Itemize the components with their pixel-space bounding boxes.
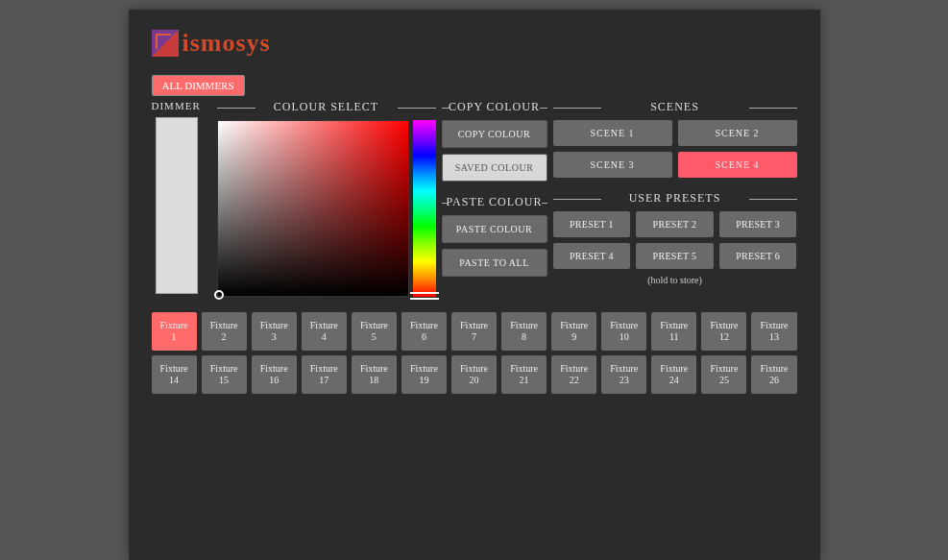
scenes-presets-section: SCENES SCENE 1SCENE 2SCENE 3SCENE 4 USER… bbox=[553, 100, 797, 285]
fixture-button-16[interactable]: Fixture16 bbox=[252, 355, 297, 394]
fixture-number: 15 bbox=[204, 375, 245, 386]
fixture-button-18[interactable]: Fixture18 bbox=[352, 355, 397, 394]
fixture-number: 17 bbox=[304, 375, 345, 386]
fixture-number: 7 bbox=[453, 331, 495, 343]
fixture-button-25[interactable]: Fixture25 bbox=[701, 355, 746, 394]
preset-button-3[interactable]: PRESET 3 bbox=[719, 211, 797, 237]
paste-colour-button[interactable]: PASTE COLOUR bbox=[442, 215, 547, 243]
fixture-number: 25 bbox=[703, 375, 744, 386]
app-panel: ismosys ALL DIMMERS DIMMER COLOUR SELECT… bbox=[129, 10, 820, 560]
fixture-label: Fixture bbox=[353, 320, 395, 331]
fixture-label: Fixture bbox=[503, 320, 545, 331]
preset-button-2[interactable]: PRESET 2 bbox=[636, 211, 714, 237]
scene-button-4[interactable]: SCENE 4 bbox=[678, 152, 797, 178]
fixture-number: 22 bbox=[553, 375, 595, 386]
fixture-label: Fixture bbox=[304, 320, 345, 331]
paste-to-all-button[interactable]: PASTE TO ALL bbox=[442, 249, 547, 277]
logo-text: ismosys bbox=[182, 29, 271, 58]
fixture-label: Fixture bbox=[653, 320, 694, 331]
fixture-button-12[interactable]: Fixture12 bbox=[701, 312, 746, 351]
scene-button-2[interactable]: SCENE 2 bbox=[678, 120, 797, 146]
colour-hue-slider[interactable] bbox=[413, 120, 436, 297]
fixture-label: Fixture bbox=[403, 320, 445, 331]
paste-colour-title: PASTE COLOUR bbox=[442, 195, 547, 209]
fixture-number: 11 bbox=[653, 331, 694, 343]
fixture-button-19[interactable]: Fixture19 bbox=[401, 355, 447, 394]
fixture-label: Fixture bbox=[703, 320, 744, 331]
fixture-button-3[interactable]: Fixture3 bbox=[252, 312, 297, 351]
fixture-button-1[interactable]: Fixture1 bbox=[152, 312, 197, 351]
controls-row: DIMMER COLOUR SELECT COPY COLOUR COPY CO… bbox=[152, 100, 797, 297]
fixture-label: Fixture bbox=[553, 320, 595, 331]
fixture-number: 19 bbox=[403, 375, 445, 386]
fixture-button-21[interactable]: Fixture21 bbox=[501, 355, 547, 394]
logo-mark-icon bbox=[152, 30, 179, 57]
fixture-grid: Fixture1Fixture2Fixture3Fixture4Fixture5… bbox=[152, 312, 797, 394]
fixture-number: 8 bbox=[503, 331, 545, 343]
colour-sv-picker[interactable] bbox=[217, 120, 409, 297]
fixture-button-11[interactable]: Fixture11 bbox=[651, 312, 696, 351]
user-presets-title: USER PRESETS bbox=[553, 191, 797, 206]
fixture-button-7[interactable]: Fixture7 bbox=[451, 312, 497, 351]
preset-button-6[interactable]: PRESET 6 bbox=[719, 243, 797, 269]
fixture-label: Fixture bbox=[603, 363, 644, 375]
fixture-button-22[interactable]: Fixture22 bbox=[551, 355, 596, 394]
colour-select-title: COLOUR SELECT bbox=[217, 100, 436, 114]
copy-colour-title: COPY COLOUR bbox=[442, 100, 547, 114]
dimmer-section: DIMMER bbox=[152, 100, 211, 294]
all-dimmers-button[interactable]: ALL DIMMERS bbox=[152, 75, 245, 96]
hue-marker-icon bbox=[410, 292, 439, 300]
hold-note: (hold to store) bbox=[553, 275, 797, 285]
scene-button-1[interactable]: SCENE 1 bbox=[553, 120, 672, 146]
fixture-button-2[interactable]: Fixture2 bbox=[202, 312, 247, 351]
fixture-label: Fixture bbox=[503, 363, 545, 375]
fixture-button-23[interactable]: Fixture23 bbox=[601, 355, 646, 394]
fixture-button-9[interactable]: Fixture9 bbox=[551, 312, 596, 351]
copy-colour-button[interactable]: COPY COLOUR bbox=[442, 120, 547, 148]
fixture-number: 6 bbox=[403, 331, 445, 343]
fixture-button-15[interactable]: Fixture15 bbox=[202, 355, 247, 394]
fixture-number: 24 bbox=[653, 375, 694, 386]
fixture-label: Fixture bbox=[204, 320, 245, 331]
fixture-button-17[interactable]: Fixture17 bbox=[302, 355, 347, 394]
preset-grid: PRESET 1PRESET 2PRESET 3PRESET 4PRESET 5… bbox=[553, 211, 797, 269]
fixture-button-14[interactable]: Fixture14 bbox=[152, 355, 197, 394]
fixture-button-8[interactable]: Fixture8 bbox=[501, 312, 547, 351]
scene-button-3[interactable]: SCENE 3 bbox=[553, 152, 672, 178]
fixture-label: Fixture bbox=[154, 320, 195, 331]
fixture-number: 23 bbox=[603, 375, 644, 386]
fixture-number: 14 bbox=[154, 375, 195, 386]
fixture-label: Fixture bbox=[453, 363, 495, 375]
fixture-button-4[interactable]: Fixture4 bbox=[302, 312, 347, 351]
sv-marker-icon bbox=[214, 290, 224, 300]
fixture-label: Fixture bbox=[254, 363, 295, 375]
fixture-button-13[interactable]: Fixture13 bbox=[751, 312, 796, 351]
fixture-number: 9 bbox=[553, 331, 595, 343]
fixture-number: 10 bbox=[603, 331, 644, 343]
fixture-button-5[interactable]: Fixture5 bbox=[352, 312, 397, 351]
fixture-button-10[interactable]: Fixture10 bbox=[601, 312, 646, 351]
saved-colour-button[interactable]: SAVED COLOUR bbox=[442, 154, 547, 182]
preset-button-5[interactable]: PRESET 5 bbox=[636, 243, 714, 269]
fixture-label: Fixture bbox=[753, 320, 794, 331]
preset-button-4[interactable]: PRESET 4 bbox=[553, 243, 631, 269]
fixture-button-20[interactable]: Fixture20 bbox=[451, 355, 497, 394]
fixture-number: 13 bbox=[753, 331, 794, 343]
fixture-number: 1 bbox=[154, 331, 195, 343]
fixture-number: 21 bbox=[503, 375, 545, 386]
fixture-number: 20 bbox=[453, 375, 495, 386]
fixture-label: Fixture bbox=[703, 363, 744, 375]
fixture-number: 16 bbox=[254, 375, 295, 386]
dimmer-slider[interactable] bbox=[156, 117, 198, 294]
fixture-number: 4 bbox=[304, 331, 345, 343]
scene-grid: SCENE 1SCENE 2SCENE 3SCENE 4 bbox=[553, 120, 797, 178]
copy-paste-section: COPY COLOUR COPY COLOUR SAVED COLOUR PAS… bbox=[442, 100, 547, 277]
fixture-button-26[interactable]: Fixture26 bbox=[751, 355, 796, 394]
fixture-label: Fixture bbox=[553, 363, 595, 375]
fixture-button-24[interactable]: Fixture24 bbox=[651, 355, 696, 394]
colour-select-section: COLOUR SELECT bbox=[217, 100, 436, 297]
fixture-label: Fixture bbox=[653, 363, 694, 375]
fixture-button-6[interactable]: Fixture6 bbox=[401, 312, 447, 351]
preset-button-1[interactable]: PRESET 1 bbox=[553, 211, 631, 237]
fixture-label: Fixture bbox=[204, 363, 245, 375]
